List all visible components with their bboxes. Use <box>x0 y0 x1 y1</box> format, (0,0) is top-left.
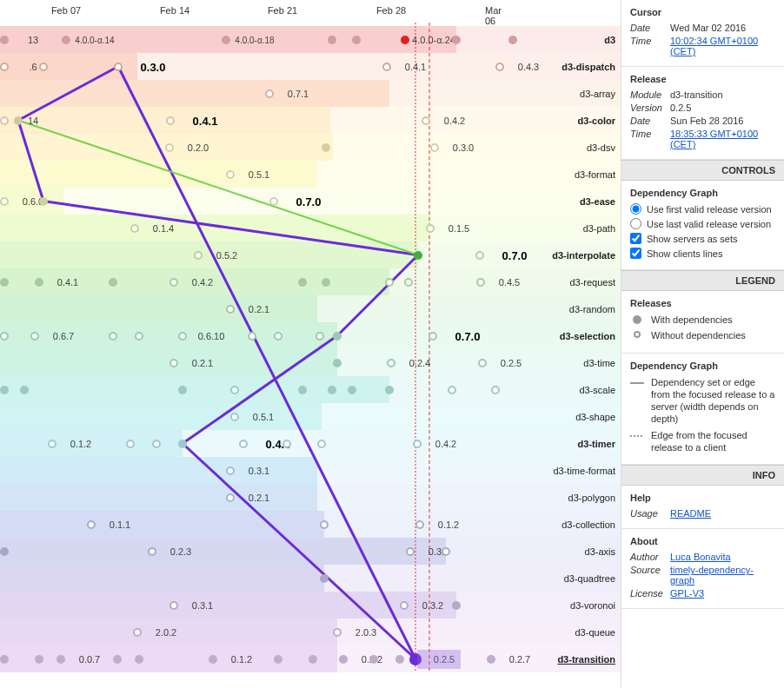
module-row-d3-format[interactable]: d3-format <box>0 161 621 188</box>
module-row-d3-random[interactable]: d3-random <box>0 295 621 322</box>
release-dot[interactable] <box>385 386 394 394</box>
release-dot[interactable] <box>226 493 235 502</box>
release-dot[interactable] <box>135 655 143 664</box>
module-row-d3-quadtree[interactable]: d3-quadtree <box>0 565 621 592</box>
release-dot[interactable] <box>226 466 235 475</box>
release-dot[interactable] <box>0 547 9 556</box>
release-dot[interactable] <box>135 332 143 341</box>
release-dot[interactable] <box>385 278 394 287</box>
timeline-chart[interactable]: Feb 07Feb 14Feb 21Feb 28Mar 06 d3d3-disp… <box>0 0 621 688</box>
release-dot[interactable] <box>320 520 329 529</box>
release-dot[interactable] <box>166 116 175 125</box>
release-time-link[interactable]: 18:35:33 GMT+0100 (CET) <box>670 129 758 149</box>
module-row-d3-selection[interactable]: d3-selection <box>0 322 621 349</box>
release-dot[interactable] <box>169 359 178 367</box>
release-dot[interactable] <box>0 386 9 394</box>
module-row-d3-request[interactable]: d3-request <box>0 268 621 295</box>
release-dot[interactable] <box>309 655 317 664</box>
release-dot[interactable] <box>413 440 422 448</box>
release-dot[interactable] <box>382 63 391 71</box>
release-dot[interactable] <box>39 197 48 206</box>
release-dot[interactable] <box>48 440 56 448</box>
release-dot[interactable] <box>320 574 329 583</box>
release-dot[interactable] <box>495 63 504 71</box>
release-dot[interactable] <box>226 305 235 314</box>
release-dot[interactable] <box>348 386 356 394</box>
release-dot[interactable] <box>114 63 123 71</box>
release-dot[interactable] <box>401 36 409 44</box>
module-row-d3-time[interactable]: d3-time <box>0 349 621 376</box>
release-dot[interactable] <box>415 520 424 529</box>
release-dot[interactable] <box>0 278 9 287</box>
release-dot[interactable] <box>62 36 70 44</box>
release-dot[interactable] <box>274 332 282 341</box>
release-dot[interactable] <box>239 440 248 448</box>
release-dot[interactable] <box>333 359 342 367</box>
release-dot[interactable] <box>39 63 48 71</box>
release-dot[interactable] <box>339 655 348 664</box>
release-dot[interactable] <box>20 386 29 394</box>
release-dot[interactable] <box>109 332 117 341</box>
release-dot[interactable] <box>452 36 461 44</box>
release-dot[interactable] <box>487 655 495 664</box>
checkbox-servers[interactable] <box>630 233 641 244</box>
release-dot[interactable] <box>148 547 156 556</box>
release-dot[interactable] <box>448 386 456 394</box>
release-dot[interactable] <box>430 143 439 152</box>
release-dot[interactable] <box>269 197 278 206</box>
module-row-d3-queue[interactable]: d3-queue <box>0 619 621 645</box>
module-row-d3-axis[interactable]: d3-axis <box>0 538 621 565</box>
release-dot[interactable] <box>113 655 122 664</box>
module-row-d3-scale[interactable]: d3-scale <box>0 376 621 403</box>
license-link[interactable]: GPL-V3 <box>670 588 704 599</box>
release-dot[interactable] <box>328 386 336 394</box>
module-row-d3-interpolate[interactable]: d3-interpolate <box>0 241 621 268</box>
release-dot[interactable] <box>35 278 43 287</box>
release-dot[interactable] <box>126 440 135 448</box>
source-link[interactable]: timely-dependency-graph <box>670 565 754 585</box>
release-dot[interactable] <box>387 359 395 367</box>
release-dot[interactable] <box>248 332 256 341</box>
release-dot[interactable] <box>0 63 9 71</box>
release-dot[interactable] <box>414 251 422 260</box>
release-dot[interactable] <box>478 359 487 367</box>
release-dot[interactable] <box>298 278 307 287</box>
module-row-d3-timer[interactable]: d3-timer <box>0 430 621 457</box>
module-row-d3-polygon[interactable]: d3-polygon <box>0 484 621 511</box>
author-link[interactable]: Luca Bonavita <box>670 552 731 562</box>
release-dot[interactable] <box>56 655 65 664</box>
module-row-d3-color[interactable]: d3-color <box>0 107 621 134</box>
release-dot[interactable] <box>169 278 178 287</box>
release-dot[interactable] <box>209 655 217 664</box>
release-dot[interactable] <box>422 116 430 125</box>
release-dot[interactable] <box>274 655 282 664</box>
release-dot[interactable] <box>298 386 307 394</box>
release-dot[interactable] <box>333 332 342 341</box>
readme-link[interactable]: README <box>670 508 711 519</box>
release-dot[interactable] <box>130 224 139 233</box>
release-dot[interactable] <box>35 655 43 664</box>
release-dot[interactable] <box>442 547 450 556</box>
release-dot[interactable] <box>395 655 404 664</box>
release-dot[interactable] <box>317 440 326 448</box>
release-dot[interactable] <box>429 332 437 341</box>
release-dot[interactable] <box>322 278 330 287</box>
release-dot[interactable] <box>352 36 361 44</box>
module-row-d3-time-format[interactable]: d3-time-format <box>0 457 621 484</box>
release-dot[interactable] <box>109 278 117 287</box>
release-dot[interactable] <box>230 413 239 421</box>
release-dot[interactable] <box>406 547 415 556</box>
release-dot[interactable] <box>328 36 336 44</box>
radio-first-valid[interactable] <box>630 203 641 215</box>
module-row-d3-shape[interactable]: d3-shape <box>0 403 621 430</box>
release-dot[interactable] <box>30 332 39 341</box>
release-dot[interactable] <box>194 251 203 260</box>
opt-last-valid[interactable]: Use last valid release version <box>630 218 775 229</box>
cursor-time-link[interactable]: 10:02:34 GMT+0100 (CET) <box>670 36 758 56</box>
release-dot[interactable] <box>265 89 274 98</box>
opt-show-clients[interactable]: Show clients lines <box>630 248 775 259</box>
release-dot[interactable] <box>230 386 239 394</box>
release-dot[interactable] <box>452 601 461 610</box>
release-dot[interactable] <box>426 224 435 233</box>
release-dot[interactable] <box>491 386 500 394</box>
